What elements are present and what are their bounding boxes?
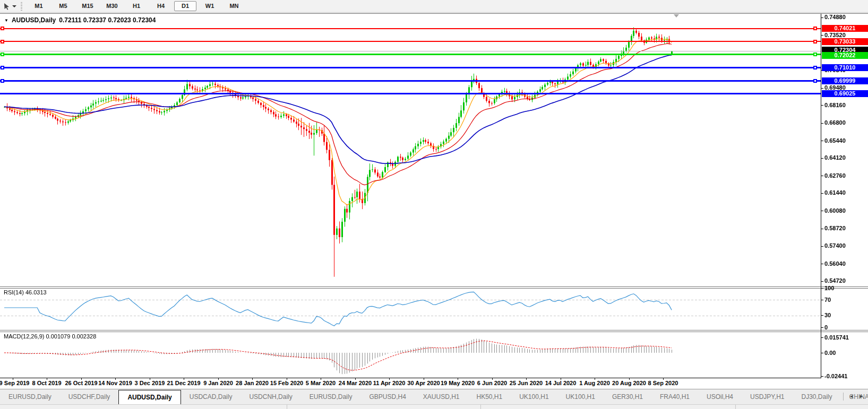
price-tick-label: 0.61440 <box>824 190 846 196</box>
hline-handle[interactable] <box>1 27 4 30</box>
hline-0.71010[interactable] <box>0 67 821 68</box>
price-tick <box>821 264 823 264</box>
price-tick <box>821 123 823 124</box>
tool-dropdown-caret[interactable] <box>12 5 16 7</box>
timeframe-button-m30[interactable]: M30 <box>101 1 123 11</box>
tab-gbpusd-h4[interactable]: GBPUSD,H4 <box>360 389 414 404</box>
tab-dj30-daily[interactable]: DJ30,Daily <box>793 389 841 404</box>
price-tick-label: 0.73520 <box>824 32 846 38</box>
tab-ger30-h1[interactable]: GER30,H1 <box>604 389 651 404</box>
hline-0.72022[interactable] <box>0 54 821 55</box>
pointer-tool-glyph <box>3 3 10 10</box>
price-tick <box>821 211 823 211</box>
tab-usdcad-daily[interactable]: USDCAD,Daily <box>181 389 241 404</box>
tab-usoil-h4[interactable]: USOil,H4 <box>698 389 742 404</box>
timeframe-button-mn[interactable]: MN <box>223 1 245 11</box>
hline-0.74021[interactable] <box>0 28 821 29</box>
tab-eurusd-daily[interactable]: EURUSD,Daily <box>301 389 361 404</box>
mt4-window: M1M5M15M30H1H4D1W1MN ▼ AUDUSD,Daily 0.72… <box>0 0 868 409</box>
hline-handle[interactable] <box>813 66 817 69</box>
pointer-tool-icon[interactable] <box>1 2 12 11</box>
tab-uk100-h1[interactable]: UK100,H1 <box>511 389 557 404</box>
price-tick-label: 0.56040 <box>824 261 846 267</box>
date-label: 20 Aug 2020 <box>612 380 646 386</box>
chart-tabs-bar: EURUSD,DailyUSDCHF,DailyAUDUSD,DailyUSDC… <box>0 389 868 404</box>
date-label: 19 May 2020 <box>441 380 475 386</box>
date-label: 24 Mar 2020 <box>339 380 372 386</box>
tab-usdjpy-h1[interactable]: USDJPY,H1 <box>742 389 793 404</box>
tab-scroll-right-icon[interactable]: ► <box>859 394 864 399</box>
timeframe-button-w1[interactable]: W1 <box>199 1 221 11</box>
timeframe-button-d1[interactable]: D1 <box>174 1 196 11</box>
status-divider <box>287 405 287 409</box>
status-divider <box>480 405 481 409</box>
timeframe-button-h4[interactable]: H4 <box>150 1 172 11</box>
price-tick-label: 0.62760 <box>824 173 846 179</box>
price-tick-label: 0.60080 <box>824 208 846 214</box>
hline-handle[interactable] <box>1 66 4 69</box>
level-price-label: 0.71010 <box>822 64 868 71</box>
price-tick <box>821 35 823 36</box>
tab-uk100-h1[interactable]: UK100,H1 <box>557 389 604 404</box>
pane-splitter[interactable] <box>0 286 868 287</box>
hline-handle[interactable] <box>813 79 817 83</box>
macd-tick-label: 0.00 <box>824 350 836 356</box>
price-tick-label: 0.57400 <box>824 243 846 249</box>
timeframe-button-h1[interactable]: H1 <box>125 1 148 11</box>
timeframe-button-m15[interactable]: M15 <box>76 1 99 11</box>
price-tick <box>821 281 823 282</box>
hline-handle[interactable] <box>813 53 817 56</box>
price-tick-label: 0.68160 <box>824 102 846 108</box>
chart-shift-marker[interactable] <box>674 14 679 18</box>
hline-handle[interactable] <box>813 27 817 30</box>
toolbar-grip[interactable] <box>21 2 22 11</box>
hline-handle[interactable] <box>1 40 4 43</box>
tab-usdchf-daily[interactable]: USDCHF,Daily <box>60 389 119 404</box>
tab-eurusd-daily[interactable]: EURUSD,Daily <box>0 389 60 404</box>
rsi-tick-label: 70 <box>824 297 831 303</box>
pane-splitter[interactable] <box>0 330 868 330</box>
hline-handle[interactable] <box>1 79 4 83</box>
tab-xauusd-h1[interactable]: XAUUSD,H1 <box>415 389 468 404</box>
timeframe-button-m5[interactable]: M5 <box>52 1 74 11</box>
tab-scroll-left-icon[interactable]: ◄ <box>849 394 854 399</box>
chart-title: ▼ AUDUSD,Daily 0.72111 0.72337 0.72023 0… <box>4 16 156 24</box>
chart-canvas[interactable] <box>0 14 821 378</box>
price-tick <box>821 88 823 89</box>
price-tick <box>821 158 823 159</box>
tab-audusd-daily[interactable]: AUDUSD,Daily <box>118 390 181 404</box>
date-label: 11 Apr 2020 <box>373 380 406 386</box>
chart-symbol-label: AUDUSD,Daily <box>12 16 56 24</box>
date-axis-line <box>0 378 821 378</box>
date-label: 5 Mar 2020 <box>306 380 336 386</box>
date-label: 1 Aug 2020 <box>579 380 610 386</box>
price-tick <box>821 176 823 176</box>
hline-0.69025[interactable] <box>0 93 821 94</box>
tab-fra40-h1[interactable]: FRA40,H1 <box>651 389 698 404</box>
date-label: 21 Dec 2019 <box>167 380 201 386</box>
pane-splitter[interactable] <box>0 288 868 289</box>
tab-separator <box>843 393 844 401</box>
hline-0.69999[interactable] <box>0 80 821 82</box>
price-tick-label: 0.58720 <box>824 225 846 231</box>
level-price-label: 0.74021 <box>822 25 868 32</box>
timeframe-button-m1[interactable]: M1 <box>28 1 50 11</box>
rsi-tick <box>821 315 823 316</box>
hline-handle[interactable] <box>1 53 4 56</box>
date-label: 14 Jul 2020 <box>545 380 577 386</box>
tab-usdcnh-daily[interactable]: USDCNH,Daily <box>240 389 300 404</box>
date-label: 15 Feb 2020 <box>270 380 303 386</box>
date-label: 8 Oct 2019 <box>32 380 61 386</box>
chart-dropdown-icon[interactable]: ▼ <box>4 18 8 23</box>
rsi-tick-label: 100 <box>824 285 834 291</box>
hline-handle[interactable] <box>813 40 817 43</box>
rsi-tick <box>821 300 823 300</box>
tab-scroll-arrows: ◄ ► <box>843 389 864 404</box>
macd-tick <box>821 337 823 338</box>
pane-splitter[interactable] <box>0 332 868 332</box>
price-tick <box>821 18 823 18</box>
tab-hk50-h1[interactable]: HK50,H1 <box>468 389 511 404</box>
hline-0.73033[interactable] <box>0 41 821 42</box>
level-price-label: 0.69999 <box>822 77 868 84</box>
price-tick <box>821 229 823 229</box>
